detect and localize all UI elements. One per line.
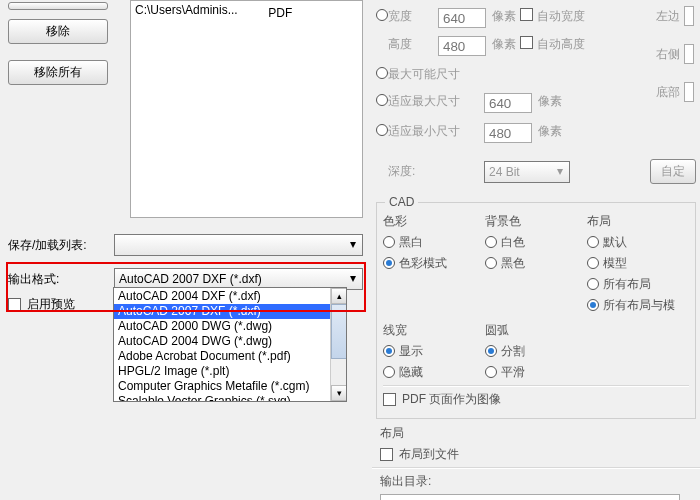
- format-option[interactable]: HPGL/2 Image (*.plt): [114, 364, 346, 379]
- color-mode-radio[interactable]: [383, 257, 395, 269]
- remove-all-button[interactable]: 移除所有: [8, 60, 108, 85]
- lw-hide-radio[interactable]: [383, 366, 395, 378]
- pixels-label-1: 像素: [486, 8, 520, 28]
- layout-all-and-label: 所有布局与模: [603, 298, 675, 312]
- left-margin-input[interactable]: [684, 6, 694, 26]
- right-margin-input[interactable]: [684, 44, 694, 64]
- bg-black-label: 黑色: [501, 256, 525, 270]
- auto-height-checkbox[interactable]: [520, 36, 533, 49]
- layout-to-file-checkbox[interactable]: [380, 448, 393, 461]
- bottom-margin-input[interactable]: [684, 82, 694, 102]
- output-format-label: 输出格式:: [8, 271, 108, 288]
- auto-height-label: 自动高度: [537, 36, 585, 56]
- lw-hide-label: 隐藏: [399, 365, 423, 379]
- layout-all-radio[interactable]: [587, 278, 599, 290]
- depth-value: 24 Bit: [489, 165, 520, 179]
- width-label: 宽度: [388, 8, 438, 28]
- file-list[interactable]: C:\Users\Adminis... PDF: [130, 0, 363, 218]
- bg-title: 背景色: [485, 213, 587, 230]
- file-path-cell: C:\Users\Adminis...: [135, 3, 265, 17]
- pixels-label-4: 像素: [532, 123, 562, 143]
- pdf-page-image-label: PDF 页面作为图像: [402, 391, 501, 408]
- max-possible-label: 最大可能尺寸: [388, 66, 460, 83]
- bg-white-radio[interactable]: [485, 236, 497, 248]
- lw-show-radio[interactable]: [383, 345, 395, 357]
- cad-group-title: CAD: [385, 195, 418, 209]
- output-dir-label: 输出目录:: [380, 473, 692, 490]
- format-option[interactable]: AutoCAD 2004 DXF (*.dxf): [114, 289, 346, 304]
- output-dir-input[interactable]: [380, 494, 680, 500]
- fit-min-radio[interactable]: [376, 124, 388, 136]
- bg-white-label: 白色: [501, 235, 525, 249]
- pdf-page-image-checkbox[interactable]: [383, 393, 396, 406]
- format-option[interactable]: AutoCAD 2004 DWG (*.dwg): [114, 334, 346, 349]
- fit-max-input[interactable]: [484, 93, 532, 113]
- cad-group: CAD 色彩 黑白 色彩模式 背景色 白色 黑色 布局 默认 模型 所有布局 所…: [376, 202, 696, 419]
- arc-smooth-label: 平滑: [501, 365, 525, 379]
- save-load-list-label: 保存/加载列表:: [8, 237, 108, 254]
- scroll-down-button[interactable]: ▾: [331, 385, 347, 401]
- auto-width-label: 自动宽度: [537, 8, 585, 28]
- file-list-row[interactable]: C:\Users\Adminis... PDF: [135, 3, 358, 20]
- linewidth-title: 线宽: [383, 322, 485, 339]
- custom-button[interactable]: 自定: [650, 159, 696, 184]
- color-title: 色彩: [383, 213, 485, 230]
- format-option[interactable]: Computer Graphics Metafile (*.cgm): [114, 379, 346, 394]
- format-option[interactable]: Adobe Acrobat Document (*.pdf): [114, 349, 346, 364]
- max-possible-radio[interactable]: [376, 67, 388, 79]
- right-margin-label: 右侧: [656, 46, 680, 63]
- fit-max-label: 适应最大尺寸: [388, 93, 484, 113]
- color-bw-label: 黑白: [399, 235, 423, 249]
- arc-split-label: 分割: [501, 344, 525, 358]
- fit-min-input[interactable]: [484, 123, 532, 143]
- listbox-scrollbar[interactable]: ▴ ▾: [330, 288, 346, 401]
- color-bw-radio[interactable]: [383, 236, 395, 248]
- arc-split-radio[interactable]: [485, 345, 497, 357]
- layout-model-radio[interactable]: [587, 257, 599, 269]
- scroll-up-button[interactable]: ▴: [331, 288, 347, 304]
- pixels-label-3: 像素: [532, 93, 562, 113]
- format-option[interactable]: Scalable Vector Graphics (*.svg): [114, 394, 346, 402]
- format-option[interactable]: AutoCAD 2000 DWG (*.dwg): [114, 319, 346, 334]
- enable-preview-label: 启用预览: [27, 296, 75, 313]
- output-format-selected: AutoCAD 2007 DXF (*.dxf): [119, 272, 262, 286]
- color-mode-label: 色彩模式: [399, 256, 447, 270]
- output-format-listbox[interactable]: AutoCAD 2004 DXF (*.dxf)AutoCAD 2007 DXF…: [113, 287, 347, 402]
- bg-black-radio[interactable]: [485, 257, 497, 269]
- layout2-title: 布局: [380, 425, 692, 442]
- height-input[interactable]: [438, 36, 486, 56]
- remove-button[interactable]: 移除: [8, 19, 108, 44]
- unknown-top-button[interactable]: [8, 2, 108, 10]
- layout-all-label: 所有布局: [603, 277, 651, 291]
- fit-min-label: 适应最小尺寸: [388, 123, 484, 143]
- enable-preview-checkbox[interactable]: [8, 298, 21, 311]
- layout-model-label: 模型: [603, 256, 627, 270]
- height-label: 高度: [388, 36, 438, 56]
- auto-width-checkbox[interactable]: [520, 8, 533, 21]
- width-radio[interactable]: [376, 9, 388, 21]
- format-option[interactable]: AutoCAD 2007 DXF (*.dxf): [114, 304, 346, 319]
- lw-show-label: 显示: [399, 344, 423, 358]
- layout-default-radio[interactable]: [587, 236, 599, 248]
- bottom-margin-label: 底部: [656, 84, 680, 101]
- pixels-label-2: 像素: [486, 36, 520, 56]
- fit-max-radio[interactable]: [376, 94, 388, 106]
- arc-smooth-radio[interactable]: [485, 366, 497, 378]
- layout-title: 布局: [587, 213, 689, 230]
- layout-default-label: 默认: [603, 235, 627, 249]
- width-input[interactable]: [438, 8, 486, 28]
- file-type-cell: PDF: [268, 6, 292, 20]
- left-margin-label: 左边: [656, 8, 680, 25]
- scroll-thumb[interactable]: [331, 304, 347, 359]
- depth-label: 深度:: [388, 163, 484, 180]
- save-load-list-dropdown[interactable]: [114, 234, 363, 256]
- depth-dropdown[interactable]: 24 Bit: [484, 161, 570, 183]
- layout-all-and-radio[interactable]: [587, 299, 599, 311]
- layout-to-file-label: 布局到文件: [399, 446, 459, 463]
- arc-title: 圆弧: [485, 322, 587, 339]
